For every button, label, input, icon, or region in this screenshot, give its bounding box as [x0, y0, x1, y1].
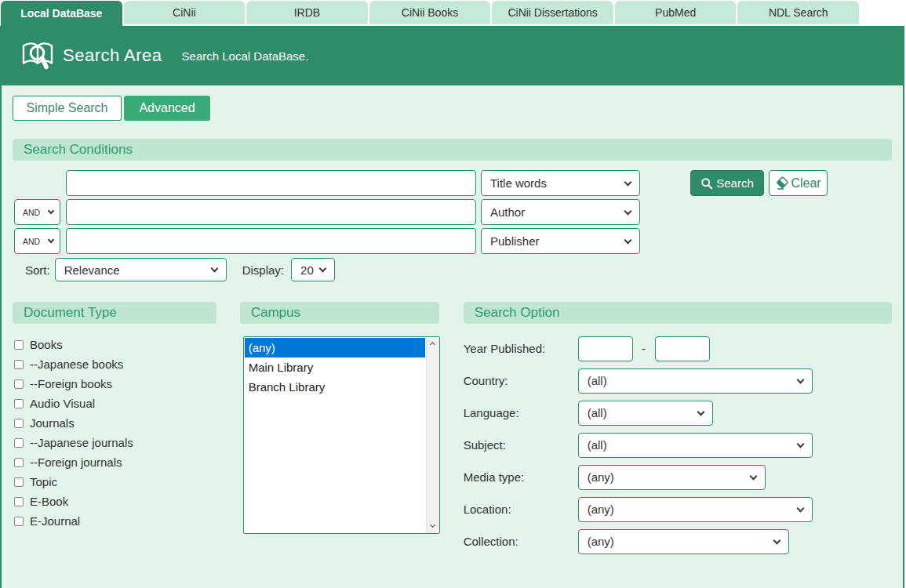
- page-content: Simple Search Advanced Search Conditions…: [2, 85, 903, 588]
- document-type-list: Books --Japanese books --Foreign books A…: [13, 335, 216, 531]
- location-row: Location: (any): [464, 496, 892, 522]
- e-journal-checkbox[interactable]: [14, 517, 24, 526]
- lower-panels: Document Type Books --Japanese books --F…: [13, 302, 892, 561]
- scroll-up-icon[interactable]: [427, 337, 440, 350]
- country-select[interactable]: (all): [578, 368, 813, 394]
- location-label: Location:: [464, 503, 578, 516]
- operator-cell: AND: [13, 228, 66, 254]
- checkbox-row-journals: Journals: [13, 413, 216, 433]
- campus-option-main-library[interactable]: Main Library: [245, 358, 425, 377]
- japanese-books-checkbox[interactable]: [14, 360, 24, 369]
- checkbox-row-audio-visual: Audio Visual: [13, 394, 216, 413]
- display-count-select[interactable]: 20: [291, 258, 335, 281]
- subject-select[interactable]: (all): [578, 433, 813, 458]
- country-row: Country: (all): [464, 368, 892, 394]
- foreign-journals-checkbox[interactable]: [14, 458, 24, 467]
- sort-select[interactable]: Relevance: [55, 258, 227, 281]
- media-type-select[interactable]: (any): [578, 465, 766, 490]
- checkbox-row-topic: Topic: [13, 472, 216, 492]
- campus-listbox: (any) Main Library Branch Library: [243, 336, 440, 534]
- tab-ndl-search[interactable]: NDL Search: [737, 1, 859, 24]
- checkbox-label[interactable]: --Foreign books: [30, 377, 112, 390]
- subject-row: Subject: (all): [464, 432, 892, 458]
- document-type-heading: Document Type: [13, 302, 216, 324]
- checkbox-row-e-book: E-Book: [13, 492, 216, 511]
- collection-row: Collection: (any): [464, 528, 892, 554]
- page-subtitle: Search Local DataBase.: [182, 49, 309, 63]
- clear-button[interactable]: Clear: [769, 170, 828, 196]
- collection-select[interactable]: (any): [578, 529, 789, 554]
- checkbox-label[interactable]: E-Journal: [30, 514, 80, 528]
- audio-visual-checkbox[interactable]: [14, 399, 24, 408]
- sort-display-row: Sort: Relevance Display: 20: [13, 258, 892, 281]
- operator-spacer: [13, 170, 66, 196]
- page-title: Search Area: [63, 45, 162, 66]
- checkbox-label[interactable]: E-Book: [30, 495, 68, 508]
- search-option-rows: Year Published: - Country: (all) Langua: [464, 336, 892, 554]
- tab-cinii-books[interactable]: CiNii Books: [369, 1, 491, 24]
- journals-checkbox[interactable]: [14, 419, 24, 428]
- checkbox-row-e-journal: E-Journal: [13, 511, 216, 531]
- topic-checkbox[interactable]: [14, 477, 24, 487]
- language-label: Language:: [464, 406, 578, 419]
- field-select-1[interactable]: Title words: [481, 170, 640, 196]
- checkbox-label[interactable]: --Japanese journals: [30, 436, 133, 449]
- eraser-icon: [775, 176, 790, 191]
- year-from-input[interactable]: [578, 336, 633, 361]
- book-magnifier-icon: [22, 41, 53, 71]
- tab-pubmed[interactable]: PubMed: [615, 1, 737, 24]
- country-label: Country:: [464, 374, 578, 387]
- year-to-input[interactable]: [655, 336, 710, 361]
- search-term-input-3[interactable]: [66, 228, 476, 254]
- search-area-panel: Search Area Search Local DataBase. Simpl…: [0, 26, 904, 588]
- search-option-heading: Search Option: [464, 302, 892, 324]
- page-header: Search Area Search Local DataBase.: [2, 26, 903, 85]
- document-type-panel: Document Type Books --Japanese books --F…: [13, 302, 216, 531]
- media-type-label: Media type:: [464, 470, 578, 484]
- e-book-checkbox[interactable]: [14, 497, 24, 506]
- language-select[interactable]: (all): [578, 401, 713, 426]
- checkbox-label[interactable]: Audio Visual: [30, 397, 95, 410]
- language-row: Language: (all): [464, 400, 892, 426]
- tab-cinii[interactable]: CiNii: [124, 1, 246, 24]
- campus-panel: Campus (any) Main Library Branch Library: [240, 302, 439, 534]
- campus-option-branch-library[interactable]: Branch Library: [245, 377, 425, 397]
- checkbox-label[interactable]: Journals: [30, 416, 75, 430]
- subject-label: Subject:: [464, 438, 578, 452]
- operator-cell: AND: [13, 199, 66, 225]
- year-range-separator: -: [642, 342, 646, 355]
- advanced-button[interactable]: Advanced: [124, 96, 210, 121]
- database-tabs: Local DataBase CiNii IRDB CiNii Books Ci…: [1, 0, 859, 26]
- search-row-1: Title words Search: [13, 170, 892, 196]
- checkbox-label[interactable]: Topic: [30, 475, 57, 488]
- search-row-3: AND Publisher: [13, 228, 892, 254]
- foreign-books-checkbox[interactable]: [14, 379, 24, 389]
- search-term-input-1[interactable]: [66, 170, 476, 196]
- boolean-operator-select-2[interactable]: AND: [14, 199, 60, 225]
- search-term-input-2[interactable]: [66, 199, 476, 225]
- checkbox-row-japanese-books: --Japanese books: [13, 354, 216, 374]
- campus-options: (any) Main Library Branch Library: [245, 338, 425, 397]
- media-type-row: Media type: (any): [464, 464, 892, 490]
- simple-search-button[interactable]: Simple Search: [13, 96, 122, 121]
- field-select-2[interactable]: Author: [481, 199, 640, 225]
- checkbox-row-books: Books: [13, 335, 216, 354]
- field-select-3[interactable]: Publisher: [481, 228, 640, 254]
- search-option-panel: Search Option Year Published: - Country:…: [464, 302, 892, 561]
- tab-irdb[interactable]: IRDB: [246, 1, 368, 24]
- location-select[interactable]: (any): [578, 497, 813, 522]
- listbox-scrollbar[interactable]: [426, 337, 439, 533]
- tab-local-database[interactable]: Local DataBase: [1, 1, 122, 26]
- checkbox-label[interactable]: --Japanese books: [30, 358, 123, 371]
- tab-cinii-dissertations[interactable]: CiNii Dissertations: [492, 1, 613, 24]
- search-condition-rows: Title words Search: [13, 170, 892, 254]
- boolean-operator-select-3[interactable]: AND: [14, 228, 60, 254]
- japanese-journals-checkbox[interactable]: [14, 438, 24, 448]
- checkbox-row-japanese-journals: --Japanese journals: [13, 433, 216, 452]
- books-checkbox[interactable]: [14, 340, 24, 350]
- campus-option-any[interactable]: (any): [245, 338, 425, 358]
- scroll-down-icon[interactable]: [427, 520, 440, 533]
- search-button[interactable]: Search: [690, 170, 764, 196]
- checkbox-label[interactable]: --Foreign journals: [30, 456, 122, 469]
- checkbox-label[interactable]: Books: [30, 338, 63, 351]
